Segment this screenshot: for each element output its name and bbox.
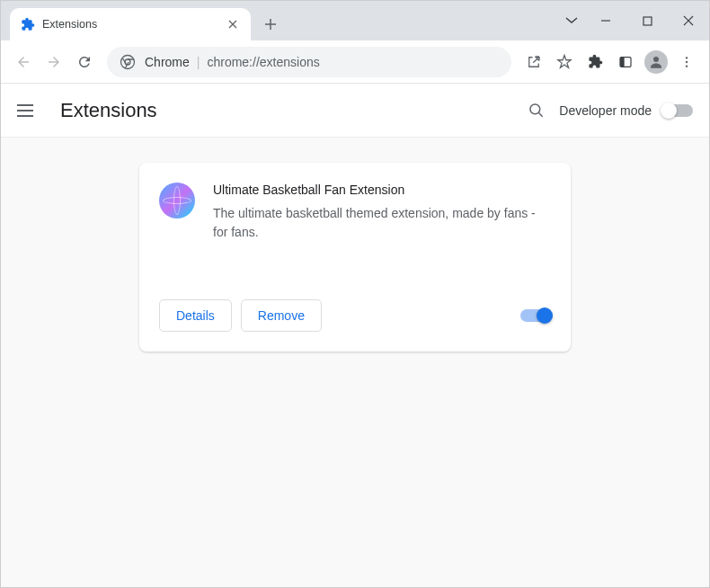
profile-avatar[interactable] (644, 50, 668, 74)
address-bar[interactable]: Chrome | chrome://extensions (107, 47, 511, 77)
back-button[interactable] (8, 47, 39, 77)
svg-point-6 (686, 57, 688, 58)
close-icon[interactable] (226, 17, 240, 31)
forward-button[interactable] (39, 47, 69, 77)
remove-button[interactable]: Remove (241, 299, 322, 332)
svg-point-9 (530, 103, 540, 113)
extension-icon (159, 183, 195, 218)
developer-mode-toggle[interactable] (662, 104, 693, 117)
tab-title: Extensions (42, 18, 226, 31)
new-tab-button[interactable] (258, 12, 283, 37)
page-title: Extensions (60, 99, 519, 122)
browser-tab[interactable]: Extensions (10, 8, 251, 40)
svg-rect-0 (643, 17, 652, 25)
omnibox-scheme: Chrome (145, 55, 190, 69)
extension-card: Ultimate Basketball Fan Extension The ul… (139, 163, 571, 352)
maximize-button[interactable] (626, 1, 668, 40)
extension-enable-toggle[interactable] (520, 309, 551, 322)
svg-point-5 (653, 57, 659, 62)
reload-button[interactable] (69, 47, 100, 77)
sidepanel-icon[interactable] (610, 47, 641, 77)
extensions-icon[interactable] (580, 47, 610, 77)
extension-name: Ultimate Basketball Fan Extension (213, 183, 551, 197)
svg-rect-4 (620, 57, 625, 67)
share-icon[interactable] (519, 47, 549, 77)
chevron-down-icon[interactable] (558, 1, 585, 40)
extension-description: The ultimate basketball themed extension… (213, 204, 551, 242)
minimize-button[interactable] (585, 1, 626, 40)
svg-point-7 (686, 60, 688, 62)
close-window-button[interactable] (668, 1, 709, 40)
details-button[interactable]: Details (159, 299, 232, 332)
window-titlebar: Extensions (1, 1, 709, 40)
chrome-icon (120, 54, 136, 70)
svg-point-1 (121, 55, 135, 68)
extensions-page-header: Extensions Developer mode (1, 84, 709, 138)
window-controls (558, 1, 709, 40)
extensions-content-area: Ultimate Basketball Fan Extension The ul… (1, 138, 709, 588)
omnibox-url: chrome://extensions (207, 55, 319, 69)
bookmark-icon[interactable] (549, 47, 580, 77)
search-icon[interactable] (519, 94, 554, 128)
hamburger-menu-icon[interactable] (17, 98, 42, 123)
svg-point-8 (686, 65, 688, 67)
kebab-menu-icon[interactable] (671, 47, 702, 77)
puzzle-icon (21, 17, 35, 31)
developer-mode-label: Developer mode (559, 103, 652, 118)
omnibox-divider: | (197, 55, 200, 69)
toolbar: Chrome | chrome://extensions (1, 40, 709, 84)
